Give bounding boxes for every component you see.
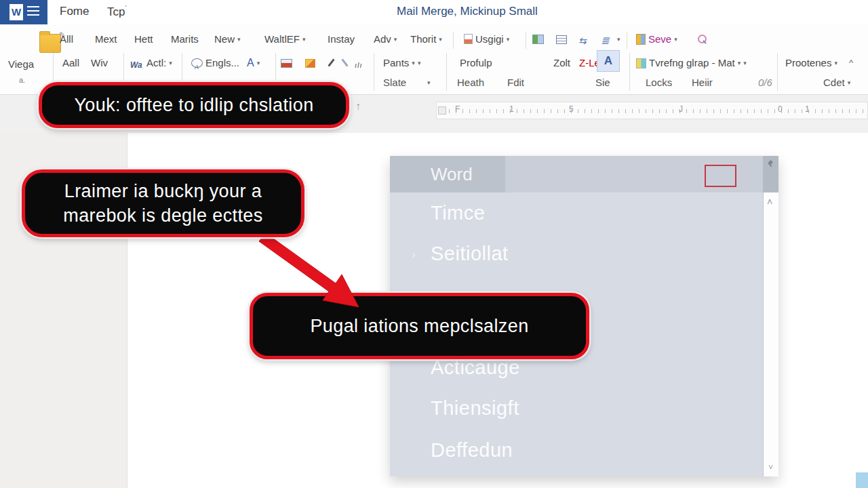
locks-button[interactable]: Locks <box>646 75 672 91</box>
panel-tab-word[interactable]: Word <box>390 156 505 192</box>
chevron-down-icon: ▾ <box>834 60 837 66</box>
callout-middle-line2: marebok is degle ecttes <box>63 205 262 226</box>
a-button[interactable]: A▾ <box>247 55 260 71</box>
outline-panel-icon <box>556 35 567 44</box>
button-label: Seve <box>648 33 671 45</box>
button-label: Actl: <box>146 57 166 68</box>
two-doc-icon <box>636 58 646 68</box>
callout-middle: Lraimer ia buckŋ your a marebok is degle… <box>22 169 304 237</box>
list-button[interactable]: ▾ <box>601 31 620 47</box>
brush-icon <box>326 58 334 68</box>
tvrefng-glrap-mat-button[interactable]: Tvrefng glrap - Mat▾▾ <box>636 55 747 71</box>
slate-button[interactable]: Slate <box>383 75 406 91</box>
orange-stack-icon <box>305 59 315 68</box>
thorit-button[interactable]: Thorit▾ <box>410 31 442 47</box>
panel-item-seitiollat[interactable]: ›Seitiollat <box>390 243 762 278</box>
button-label: New <box>214 33 235 45</box>
heiir-button[interactable]: Heiir <box>692 75 713 91</box>
zolt-button[interactable]: Zolt <box>553 55 570 71</box>
heath-button[interactable]: Heath <box>457 75 484 91</box>
chevron-down-icon: ▾ <box>237 36 241 43</box>
fdit-button[interactable]: Fdit <box>507 75 524 91</box>
sie-button[interactable]: Sie <box>595 75 610 91</box>
panel-header: Word <box>390 156 778 192</box>
button-label: Hett <box>134 33 153 45</box>
panel-item-deffedun[interactable]: Deffedun <box>390 439 762 474</box>
horizontal-ruler[interactable]: F15J01 <box>436 102 868 119</box>
button-label: Cdet <box>823 77 845 88</box>
0-6-button[interactable]: 0/6 <box>758 75 772 91</box>
item-marker-icon: › <box>412 248 416 262</box>
group-divider <box>446 53 447 91</box>
aall-button[interactable]: Aall <box>62 55 79 71</box>
seve-button[interactable]: Seve▾ <box>636 31 677 47</box>
send-arrows-icon <box>578 33 589 42</box>
magnifier-button[interactable] <box>697 31 710 47</box>
panel-item-label: Deffedun <box>431 439 513 461</box>
pencil-button[interactable] <box>340 55 351 71</box>
chevron-down-icon: ▾ <box>738 60 741 66</box>
send-arrows-button[interactable] <box>578 31 592 47</box>
usgigi-button[interactable]: Usgigi▾ <box>464 31 509 47</box>
slate-dropdown-button[interactable]: ▾ <box>425 75 431 91</box>
actl--button[interactable]: Actl:▾ <box>130 55 172 71</box>
panel-item-thiensigft[interactable]: Thiensigft <box>390 397 762 432</box>
ribbon-row-1: AlllMextHettMaritsNew▾WaltlEF▾InstayAdv▾… <box>0 31 868 47</box>
button-label: A <box>604 54 612 67</box>
panel-item-label: Timce <box>431 202 485 224</box>
indent-marker[interactable] <box>438 106 446 115</box>
mext-button[interactable]: Mext <box>95 31 117 47</box>
button-label: A <box>247 57 254 68</box>
tab-fome[interactable]: Fome <box>60 5 89 18</box>
ruler-number: J <box>679 104 683 114</box>
new-button[interactable]: New▾ <box>214 31 241 47</box>
window-colored-button[interactable] <box>532 31 547 47</box>
chevron-down-icon: ▾ <box>418 60 421 66</box>
panel-scrollbar[interactable]: ˄ ˅ <box>763 192 778 476</box>
profulp-button[interactable]: Profulp <box>460 55 492 71</box>
button-label: Usgigi <box>475 33 504 45</box>
button-label: Sie <box>595 77 610 88</box>
word-application-window: W FomeTcp’ Mail Merge, Mickinup Small Vi… <box>0 0 868 488</box>
callout-middle-text: Lraimer ia buckŋ your a marebok is degle… <box>63 179 262 228</box>
hett-button[interactable]: Hett <box>134 31 153 47</box>
outline-panel-button[interactable] <box>556 31 570 47</box>
marits-button[interactable]: Marits <box>171 31 199 47</box>
scroll-down-icon[interactable]: ˅ <box>768 463 773 472</box>
button-label: Zolt <box>553 57 570 68</box>
button-label: Heath <box>457 77 484 88</box>
chevron-down-icon: ▾ <box>439 36 442 43</box>
tab-tcp[interactable]: Tcp’ <box>107 5 127 19</box>
chevron-down-icon: ▾ <box>169 60 172 66</box>
instay-button[interactable]: Instay <box>328 31 355 47</box>
scroll-up-icon[interactable]: ˄ <box>767 197 772 207</box>
highlighted-a-button[interactable]: A <box>597 50 620 72</box>
group-divider <box>627 33 627 49</box>
chevron-down-icon: ▾ <box>848 79 851 86</box>
red-highlight-box[interactable] <box>705 165 736 187</box>
document-title: Mail Merge, Mickinup Small <box>397 5 538 18</box>
button-label: WaltlEF <box>264 33 300 45</box>
adv-button[interactable]: Adv▾ <box>374 31 397 47</box>
tab-sup-mark: ’ <box>125 5 126 12</box>
panel-item-acticauge[interactable]: Acticauge <box>390 357 762 392</box>
prootenes-button[interactable]: Prootenes▾ <box>785 55 837 71</box>
title-bar: W FomeTcp’ Mail Merge, Mickinup Small <box>0 0 868 24</box>
brush-button[interactable] <box>326 55 337 71</box>
cdet-button[interactable]: Cdet▾ <box>823 75 850 91</box>
button-label: Wiv <box>91 57 108 68</box>
word-logo-icon[interactable]: W <box>0 0 47 24</box>
orange-stack-button[interactable] <box>305 55 318 71</box>
pants-button[interactable]: Pants▾▾ <box>383 55 420 71</box>
waltlef-button[interactable]: WaltlEF▾ <box>264 31 305 47</box>
wiv-button[interactable]: Wiv <box>91 55 108 71</box>
window-red-button[interactable] <box>281 55 295 71</box>
chevron-down-icon: ▾ <box>394 36 397 43</box>
group-divider <box>629 53 630 91</box>
engls--button[interactable]: Engls... <box>191 55 239 71</box>
panel-item-timce[interactable]: Timce <box>390 202 762 237</box>
collapse-ribbon-button[interactable]: ^ <box>849 55 853 71</box>
pin-icon[interactable] <box>767 160 774 168</box>
alll-button[interactable]: Alll <box>60 31 73 47</box>
mini-chart-button[interactable] <box>355 55 368 71</box>
